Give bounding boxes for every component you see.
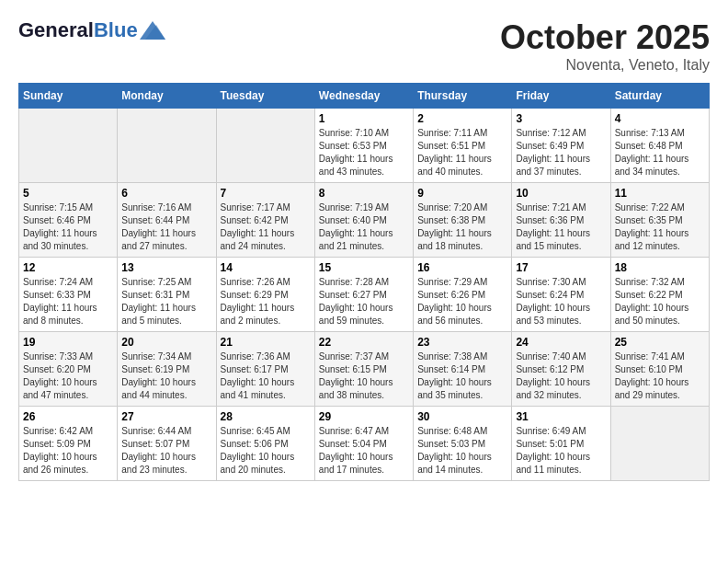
calendar-cell: 20Sunrise: 7:34 AM Sunset: 6:19 PM Dayli… — [118, 332, 216, 407]
day-number: 6 — [121, 187, 211, 200]
calendar-week-row: 26Sunrise: 6:42 AM Sunset: 5:09 PM Dayli… — [19, 407, 710, 481]
calendar-cell: 11Sunrise: 7:22 AM Sunset: 6:35 PM Dayli… — [610, 183, 709, 258]
day-number: 4 — [615, 112, 705, 125]
calendar-week-row: 1Sunrise: 7:10 AM Sunset: 6:53 PM Daylig… — [19, 109, 710, 183]
day-number: 16 — [417, 261, 507, 274]
day-info: Sunrise: 7:15 AM Sunset: 6:46 PM Dayligh… — [23, 201, 113, 253]
weekday-header: Sunday — [19, 84, 118, 109]
calendar-cell — [216, 109, 314, 183]
day-info: Sunrise: 7:17 AM Sunset: 6:42 PM Dayligh… — [221, 201, 311, 253]
weekday-header: Thursday — [414, 84, 512, 109]
day-info: Sunrise: 7:38 AM Sunset: 6:14 PM Dayligh… — [417, 350, 507, 402]
day-info: Sunrise: 6:45 AM Sunset: 5:06 PM Dayligh… — [221, 425, 311, 477]
day-number: 11 — [615, 187, 705, 200]
day-info: Sunrise: 7:10 AM Sunset: 6:53 PM Dayligh… — [319, 127, 409, 178]
day-info: Sunrise: 7:25 AM Sunset: 6:31 PM Dayligh… — [121, 276, 211, 327]
logo: General Blue — [18, 18, 165, 42]
day-info: Sunrise: 7:26 AM Sunset: 6:29 PM Dayligh… — [221, 276, 311, 327]
day-info: Sunrise: 7:12 AM Sunset: 6:49 PM Dayligh… — [516, 127, 606, 178]
day-number: 12 — [23, 261, 113, 274]
weekday-header: Wednesday — [314, 84, 413, 109]
day-info: Sunrise: 7:16 AM Sunset: 6:44 PM Dayligh… — [121, 201, 211, 253]
day-info: Sunrise: 7:41 AM Sunset: 6:10 PM Dayligh… — [615, 350, 705, 402]
day-info: Sunrise: 6:49 AM Sunset: 5:01 PM Dayligh… — [516, 425, 606, 477]
logo-icon — [140, 21, 165, 40]
day-number: 10 — [516, 187, 606, 200]
logo-general: General — [18, 18, 94, 42]
day-number: 7 — [221, 187, 311, 200]
calendar-cell: 16Sunrise: 7:29 AM Sunset: 6:26 PM Dayli… — [414, 258, 512, 332]
calendar-cell: 30Sunrise: 6:48 AM Sunset: 5:03 PM Dayli… — [414, 407, 512, 481]
page-header: General Blue October 2025 Noventa, Venet… — [18, 18, 710, 74]
day-info: Sunrise: 7:37 AM Sunset: 6:15 PM Dayligh… — [319, 350, 409, 402]
day-number: 9 — [417, 187, 507, 200]
calendar-cell: 24Sunrise: 7:40 AM Sunset: 6:12 PM Dayli… — [512, 332, 610, 407]
calendar-cell: 27Sunrise: 6:44 AM Sunset: 5:07 PM Dayli… — [118, 407, 216, 481]
calendar-cell: 9Sunrise: 7:20 AM Sunset: 6:38 PM Daylig… — [414, 183, 512, 258]
day-number: 28 — [221, 410, 311, 423]
calendar-cell — [610, 407, 709, 481]
weekday-header: Monday — [118, 84, 216, 109]
day-info: Sunrise: 6:44 AM Sunset: 5:07 PM Dayligh… — [121, 425, 211, 477]
day-info: Sunrise: 6:42 AM Sunset: 5:09 PM Dayligh… — [23, 425, 113, 477]
day-number: 2 — [417, 112, 507, 125]
calendar-cell: 18Sunrise: 7:32 AM Sunset: 6:22 PM Dayli… — [610, 258, 709, 332]
day-info: Sunrise: 7:33 AM Sunset: 6:20 PM Dayligh… — [23, 350, 113, 402]
day-number: 3 — [516, 112, 606, 125]
calendar-cell: 15Sunrise: 7:28 AM Sunset: 6:27 PM Dayli… — [314, 258, 413, 332]
calendar-cell — [118, 109, 216, 183]
day-number: 21 — [221, 336, 311, 349]
weekday-header: Tuesday — [216, 84, 314, 109]
day-info: Sunrise: 7:36 AM Sunset: 6:17 PM Dayligh… — [221, 350, 311, 402]
day-number: 1 — [319, 112, 409, 125]
calendar-cell: 2Sunrise: 7:11 AM Sunset: 6:51 PM Daylig… — [414, 109, 512, 183]
day-number: 19 — [23, 336, 113, 349]
day-number: 13 — [121, 261, 211, 274]
day-number: 27 — [121, 410, 211, 423]
day-number: 25 — [615, 336, 705, 349]
day-number: 22 — [319, 336, 409, 349]
day-info: Sunrise: 7:19 AM Sunset: 6:40 PM Dayligh… — [319, 201, 409, 253]
calendar-cell: 5Sunrise: 7:15 AM Sunset: 6:46 PM Daylig… — [19, 183, 118, 258]
day-number: 18 — [615, 261, 705, 274]
weekday-header-row: SundayMondayTuesdayWednesdayThursdayFrid… — [19, 84, 710, 109]
calendar-cell: 4Sunrise: 7:13 AM Sunset: 6:48 PM Daylig… — [610, 109, 709, 183]
calendar-cell: 31Sunrise: 6:49 AM Sunset: 5:01 PM Dayli… — [512, 407, 610, 481]
day-info: Sunrise: 7:29 AM Sunset: 6:26 PM Dayligh… — [417, 276, 507, 327]
calendar-cell: 17Sunrise: 7:30 AM Sunset: 6:24 PM Dayli… — [512, 258, 610, 332]
calendar-cell: 1Sunrise: 7:10 AM Sunset: 6:53 PM Daylig… — [314, 109, 413, 183]
calendar-week-row: 19Sunrise: 7:33 AM Sunset: 6:20 PM Dayli… — [19, 332, 710, 407]
month-title: October 2025 — [500, 18, 710, 57]
calendar-cell: 23Sunrise: 7:38 AM Sunset: 6:14 PM Dayli… — [414, 332, 512, 407]
calendar-week-row: 5Sunrise: 7:15 AM Sunset: 6:46 PM Daylig… — [19, 183, 710, 258]
calendar-cell: 12Sunrise: 7:24 AM Sunset: 6:33 PM Dayli… — [19, 258, 118, 332]
calendar-cell: 19Sunrise: 7:33 AM Sunset: 6:20 PM Dayli… — [19, 332, 118, 407]
day-number: 31 — [516, 410, 606, 423]
day-number: 8 — [319, 187, 409, 200]
calendar-cell: 7Sunrise: 7:17 AM Sunset: 6:42 PM Daylig… — [216, 183, 314, 258]
day-info: Sunrise: 7:34 AM Sunset: 6:19 PM Dayligh… — [121, 350, 211, 402]
weekday-header: Friday — [512, 84, 610, 109]
logo-blue: Blue — [94, 18, 138, 42]
weekday-header: Saturday — [610, 84, 709, 109]
calendar-cell: 10Sunrise: 7:21 AM Sunset: 6:36 PM Dayli… — [512, 183, 610, 258]
day-number: 20 — [121, 336, 211, 349]
location: Noventa, Veneto, Italy — [500, 57, 710, 74]
day-info: Sunrise: 7:32 AM Sunset: 6:22 PM Dayligh… — [615, 276, 705, 327]
day-info: Sunrise: 6:47 AM Sunset: 5:04 PM Dayligh… — [319, 425, 409, 477]
calendar-cell: 21Sunrise: 7:36 AM Sunset: 6:17 PM Dayli… — [216, 332, 314, 407]
day-number: 5 — [23, 187, 113, 200]
day-number: 14 — [221, 261, 311, 274]
calendar-cell: 14Sunrise: 7:26 AM Sunset: 6:29 PM Dayli… — [216, 258, 314, 332]
day-number: 30 — [417, 410, 507, 423]
calendar-cell: 25Sunrise: 7:41 AM Sunset: 6:10 PM Dayli… — [610, 332, 709, 407]
day-info: Sunrise: 7:20 AM Sunset: 6:38 PM Dayligh… — [417, 201, 507, 253]
day-info: Sunrise: 7:24 AM Sunset: 6:33 PM Dayligh… — [23, 276, 113, 327]
day-number: 24 — [516, 336, 606, 349]
day-number: 15 — [319, 261, 409, 274]
day-info: Sunrise: 7:13 AM Sunset: 6:48 PM Dayligh… — [615, 127, 705, 178]
calendar-cell: 26Sunrise: 6:42 AM Sunset: 5:09 PM Dayli… — [19, 407, 118, 481]
day-info: Sunrise: 6:48 AM Sunset: 5:03 PM Dayligh… — [417, 425, 507, 477]
day-info: Sunrise: 7:11 AM Sunset: 6:51 PM Dayligh… — [417, 127, 507, 178]
day-number: 17 — [516, 261, 606, 274]
